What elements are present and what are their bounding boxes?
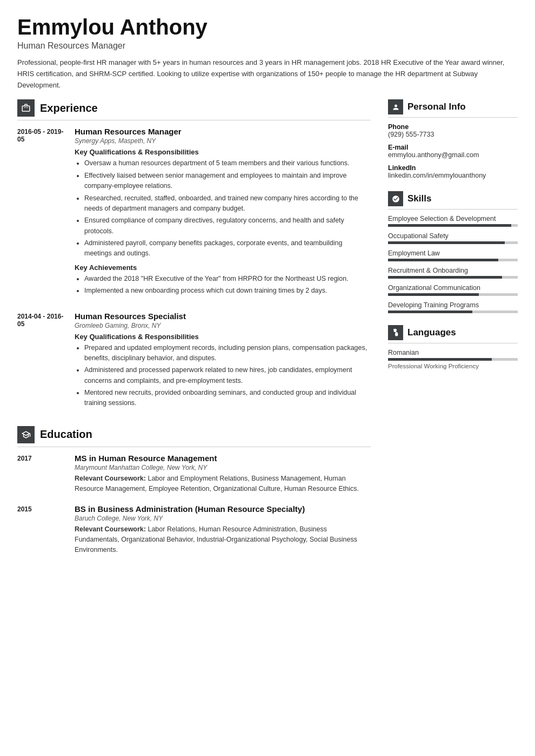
skill-bar-bg-3	[388, 276, 518, 279]
exp-company-1: Synergy Apps, Maspeth, NY	[75, 137, 371, 145]
exp-title-1: Human Resources Manager	[75, 127, 371, 136]
email-value: emmylou.anthony@gmail.com	[388, 151, 518, 159]
exp-qual-item: Mentored new recruits, provided onboardi…	[84, 388, 371, 409]
languages-icon	[388, 325, 403, 340]
experience-icon	[17, 99, 35, 117]
edu-school-1: Marymount Manhattan College, New York, N…	[75, 464, 371, 471]
personal-info-title: Personal Info	[407, 102, 466, 112]
exp-qual-item: Administered payroll, company benefits p…	[84, 238, 371, 259]
skill-name-5: Developing Training Programs	[388, 301, 518, 309]
education-section: Education 2017 MS in Human Resource Mana…	[17, 426, 371, 556]
email-label: E-mail	[388, 144, 518, 151]
skill-name-1: Occupational Safety	[388, 232, 518, 240]
skill-bar-bg-5	[388, 310, 518, 313]
education-title: Education	[40, 428, 92, 441]
exp-item-1: 2016-05 - 2019-05 Human Resources Manage…	[17, 127, 371, 300]
exp-date-1: 2016-05 - 2019-05	[17, 127, 66, 300]
skill-bar-fill-2	[388, 259, 498, 261]
candidate-subtitle: Human Resources Manager	[17, 41, 518, 51]
skill-item-2: Employment Law	[388, 249, 518, 261]
personal-info-icon	[388, 99, 403, 114]
experience-section-header: Experience	[17, 99, 371, 120]
experience-title: Experience	[40, 102, 98, 114]
skill-item-0: Employee Selection & Development	[388, 215, 518, 227]
exp-body-1: Human Resources Manager Synergy Apps, Ma…	[75, 127, 371, 300]
phone-value: (929) 555-7733	[388, 131, 518, 138]
personal-info-header: Personal Info	[388, 99, 518, 118]
lang-name-0: Romanian	[388, 349, 518, 356]
edu-degree-2: BS in Business Administration (Human Res…	[75, 504, 371, 514]
edu-coursework-label-1: Relevant Coursework:	[75, 475, 146, 482]
lang-level-0: Professional Working Proficiency	[388, 363, 518, 369]
left-column: Experience 2016-05 - 2019-05 Human Resou…	[17, 99, 371, 739]
edu-body-2: BS in Business Administration (Human Res…	[75, 504, 371, 556]
edu-body-1: MS in Human Resource Management Marymoun…	[75, 454, 371, 495]
exp-qual-item: Prepared and updated employment records,…	[84, 343, 371, 364]
skill-item-4: Organizational Communication	[388, 284, 518, 296]
phone-item: Phone (929) 555-7733	[388, 123, 518, 138]
skill-name-0: Employee Selection & Development	[388, 215, 518, 222]
resume-wrapper: Emmylou Anthony Human Resources Manager …	[0, 0, 535, 756]
skill-bar-bg-0	[388, 224, 518, 227]
exp-qual-list-1: Oversaw a human resources department of …	[75, 158, 371, 259]
edu-degree-1: MS in Human Resource Management	[75, 454, 371, 463]
skills-icon	[388, 191, 403, 206]
skill-name-3: Recruitment & Onboarding	[388, 267, 518, 274]
languages-container: Romanian Professional Working Proficienc…	[388, 349, 518, 369]
skills-section: Skills Employee Selection & Development …	[388, 191, 518, 313]
skill-bar-fill-1	[388, 241, 505, 244]
exp-qual-heading-2: Key Qualifications & Responsibilities	[75, 333, 371, 341]
skill-bar-bg-2	[388, 259, 518, 261]
exp-ach-item: Implemented a new onboarding process whi…	[84, 286, 371, 296]
exp-qual-item: Oversaw a human resources department of …	[84, 158, 371, 168]
lang-bar-bg-0	[388, 358, 518, 361]
linkedin-item: LinkedIn linkedin.com/in/emmylouanthony	[388, 164, 518, 179]
education-section-header: Education	[17, 426, 371, 447]
skill-bar-bg-1	[388, 241, 518, 244]
skill-item-3: Recruitment & Onboarding	[388, 267, 518, 279]
exp-qual-list-2: Prepared and updated employment records,…	[75, 343, 371, 409]
linkedin-label: LinkedIn	[388, 164, 518, 172]
phone-label: Phone	[388, 123, 518, 131]
exp-date-2: 2014-04 - 2016-05	[17, 312, 66, 413]
edu-item-1: 2017 MS in Human Resource Management Mar…	[17, 454, 371, 495]
exp-company-2: Gromleeb Gaming, Bronx, NY	[75, 322, 371, 329]
exp-ach-list-1: Awarded the 2018 "HR Executive of the Ye…	[75, 274, 371, 296]
exp-qual-item: Researched, recruited, staffed, onboarde…	[84, 193, 371, 214]
email-item: E-mail emmylou.anthony@gmail.com	[388, 144, 518, 159]
exp-ach-item: Awarded the 2018 "HR Executive of the Ye…	[84, 274, 371, 284]
edu-year-2: 2015	[17, 504, 66, 556]
skill-bar-fill-5	[388, 310, 472, 313]
exp-qual-item: Administered and processed paperwork rel…	[84, 365, 371, 386]
skill-item-5: Developing Training Programs	[388, 301, 518, 313]
exp-ach-heading-1: Key Achievements	[75, 264, 371, 272]
skill-bar-bg-4	[388, 293, 518, 296]
skills-title: Skills	[407, 193, 431, 204]
linkedin-value: linkedin.com/in/emmylouanthony	[388, 172, 518, 179]
lang-bar-fill-0	[388, 358, 492, 361]
skill-name-2: Employment Law	[388, 249, 518, 257]
skill-bar-fill-0	[388, 224, 511, 227]
candidate-name: Emmylou Anthony	[17, 15, 518, 39]
skill-bar-fill-4	[388, 293, 479, 296]
exp-body-2: Human Resources Specialist Gromleeb Gami…	[75, 312, 371, 413]
edu-school-2: Baruch College, New York, NY	[75, 515, 371, 522]
education-icon	[17, 426, 35, 443]
exp-title-2: Human Resources Specialist	[75, 312, 371, 321]
experience-section: Experience 2016-05 - 2019-05 Human Resou…	[17, 99, 371, 413]
edu-year-1: 2017	[17, 454, 66, 495]
exp-qual-item: Effectively liaised between senior manag…	[84, 171, 371, 192]
header-section: Emmylou Anthony Human Resources Manager …	[0, 0, 535, 99]
skill-bar-fill-3	[388, 276, 502, 279]
content-area: Experience 2016-05 - 2019-05 Human Resou…	[0, 99, 535, 756]
skills-container: Employee Selection & Development Occupat…	[388, 215, 518, 313]
languages-header: Languages	[388, 325, 518, 343]
candidate-summary: Professional, people-first HR manager wi…	[17, 57, 518, 91]
edu-item-2: 2015 BS in Business Administration (Huma…	[17, 504, 371, 556]
skills-header: Skills	[388, 191, 518, 210]
languages-section: Languages Romanian Professional Working …	[388, 325, 518, 369]
exp-item-2: 2014-04 - 2016-05 Human Resources Specia…	[17, 312, 371, 413]
exp-qual-heading-1: Key Qualifications & Responsibilities	[75, 148, 371, 156]
languages-title: Languages	[407, 327, 456, 338]
edu-coursework-label-2: Relevant Coursework:	[75, 525, 146, 533]
